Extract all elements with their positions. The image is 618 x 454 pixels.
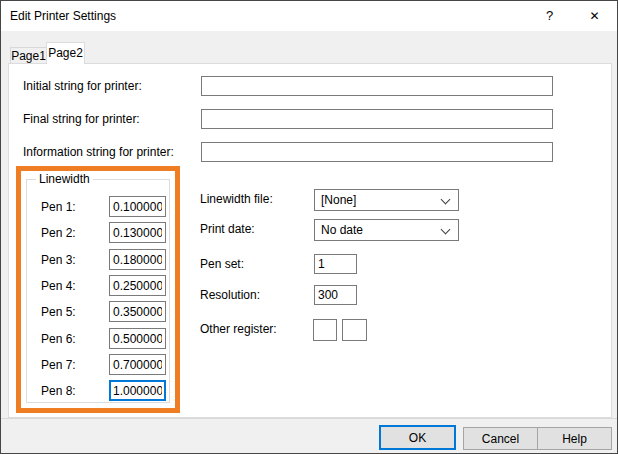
- pen7-label: Pen 7:: [41, 358, 76, 372]
- titlebar: Edit Printer Settings ? ✕: [1, 1, 617, 31]
- pen8-label: Pen 8:: [41, 384, 76, 398]
- information-string-input[interactable]: [201, 142, 553, 162]
- tab-page1[interactable]: Page1: [10, 47, 47, 64]
- other-register-input-1[interactable]: [313, 319, 337, 341]
- initial-string-input[interactable]: [201, 76, 553, 96]
- pen2-input[interactable]: [109, 222, 166, 243]
- titlebar-close-button[interactable]: ✕: [572, 1, 617, 31]
- pen2-label: Pen 2:: [41, 226, 76, 240]
- titlebar-help-button[interactable]: ?: [527, 1, 572, 31]
- linewidth-file-value: [None]: [321, 190, 356, 210]
- resolution-input[interactable]: [314, 285, 357, 305]
- final-string-input[interactable]: [201, 109, 553, 129]
- chevron-down-icon: [441, 195, 451, 205]
- help-icon: ?: [546, 8, 553, 23]
- pen5-label: Pen 5:: [41, 305, 76, 319]
- linewidth-group-title: Linewidth: [36, 172, 93, 186]
- tab-page2[interactable]: Page2: [46, 42, 85, 64]
- pen5-input[interactable]: [109, 301, 166, 322]
- pen-set-label: Pen set:: [200, 257, 244, 271]
- pen3-label: Pen 3:: [41, 253, 76, 267]
- chevron-down-icon: [441, 225, 451, 235]
- resolution-label: Resolution:: [200, 288, 260, 302]
- pen3-input[interactable]: [109, 249, 166, 270]
- information-string-label: Information string for printer:: [23, 145, 174, 159]
- cancel-button[interactable]: Cancel: [463, 427, 538, 450]
- pen7-input[interactable]: [109, 354, 166, 375]
- initial-string-label: Initial string for printer:: [23, 79, 142, 93]
- ok-button[interactable]: OK: [379, 425, 456, 450]
- window-title: Edit Printer Settings: [10, 1, 116, 31]
- pen1-input[interactable]: [109, 196, 166, 217]
- tab-page1-label: Page1: [11, 49, 46, 63]
- pen6-input[interactable]: [109, 328, 166, 349]
- print-date-dropdown[interactable]: No date: [314, 219, 459, 241]
- final-string-label: Final string for printer:: [23, 112, 140, 126]
- other-register-label: Other register:: [200, 322, 277, 336]
- help-button[interactable]: Help: [537, 427, 612, 450]
- print-date-label: Print date:: [200, 222, 255, 236]
- tab-page2-label: Page2: [48, 46, 83, 60]
- edit-printer-settings-dialog: Edit Printer Settings ? ✕ Page1 Page2 In…: [0, 0, 618, 454]
- pen4-label: Pen 4:: [41, 279, 76, 293]
- print-date-value: No date: [321, 220, 363, 240]
- pen1-label: Pen 1:: [41, 200, 76, 214]
- linewidth-file-label: Linewidth file:: [200, 192, 273, 206]
- pen8-input[interactable]: [109, 380, 166, 401]
- linewidth-file-dropdown[interactable]: [None]: [314, 189, 459, 211]
- pen4-input[interactable]: [109, 275, 166, 296]
- other-register-input-2[interactable]: [342, 319, 367, 341]
- pen-set-input[interactable]: [314, 254, 357, 274]
- close-icon: ✕: [589, 9, 599, 23]
- pen6-label: Pen 6:: [41, 332, 76, 346]
